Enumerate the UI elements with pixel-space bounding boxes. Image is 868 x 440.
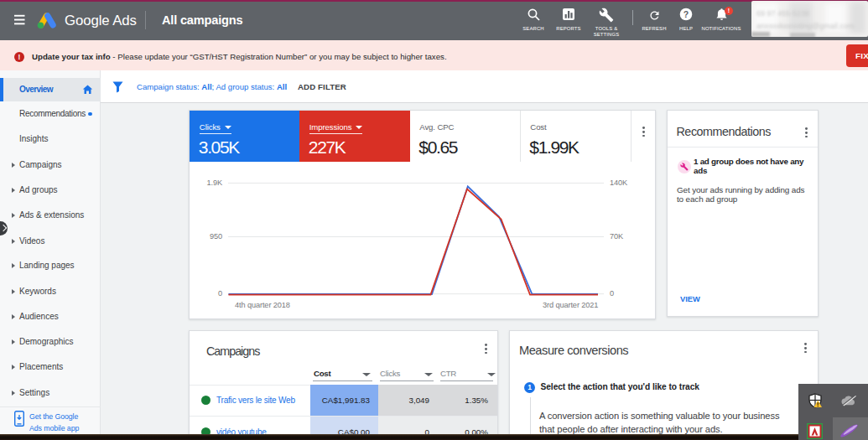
svg-text:?: ? — [683, 9, 689, 19]
